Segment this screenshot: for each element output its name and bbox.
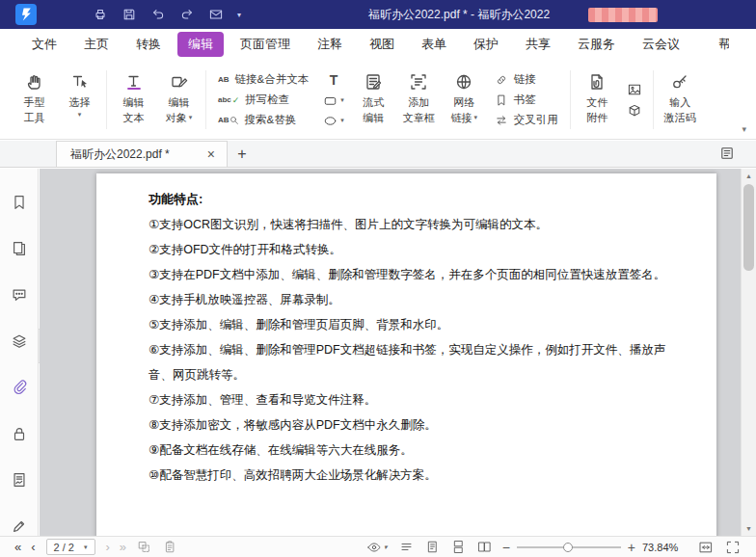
zoom-in-button[interactable]: + [623, 541, 640, 554]
fit-page-icon[interactable] [692, 540, 719, 555]
facing-pages-icon[interactable] [472, 540, 498, 554]
zoom-percentage[interactable]: 73.84% [642, 542, 688, 553]
print-icon[interactable] [93, 7, 108, 22]
scroll-down-arrow[interactable]: ▼ [742, 521, 756, 536]
flow-edit-button[interactable]: 流式 编辑 [351, 64, 396, 136]
hand-tool-label-1: 手型 [24, 95, 45, 109]
new-tab-button[interactable]: + [228, 141, 256, 167]
ribbon-tab[interactable]: 云会议 [632, 32, 690, 57]
edit-text-button[interactable]: 编辑 文本 [111, 64, 156, 136]
bookmarks-panel-icon[interactable] [11, 194, 28, 215]
article-box-label-2: 文章框 [403, 111, 435, 124]
page-number-box[interactable]: 2 / 2 ▾ [46, 539, 95, 555]
vertical-scrollbar[interactable]: ▲ ▼ [741, 169, 756, 536]
last-page-button[interactable]: » [115, 541, 131, 553]
shape-tool-button[interactable]: ▾ [323, 93, 344, 108]
redo-icon[interactable] [179, 7, 195, 22]
account-badge-redacted[interactable] [588, 8, 658, 22]
document-tab[interactable]: 福昕办公2022.pdf * × [56, 141, 228, 167]
image-annotation-button[interactable] [627, 82, 642, 97]
edit-object-label-1: 编辑 [169, 95, 190, 109]
scroll-up-arrow[interactable]: ▲ [742, 169, 756, 183]
document-text-line: ⑤支持添加、编辑、删除和管理页眉页脚、背景和水印。 [148, 312, 689, 337]
ribbon-tab[interactable]: 页面管理 [230, 32, 301, 57]
select-label: 选择 [69, 95, 91, 109]
ribbon-tab[interactable]: 转换 [125, 32, 172, 57]
snapshot-icon[interactable] [131, 540, 157, 554]
email-icon[interactable] [208, 7, 224, 22]
chain-link-icon [495, 73, 508, 87]
ellipse-tool-button[interactable]: ▾ [323, 114, 344, 128]
navigation-panel-bar [0, 169, 39, 536]
edit-text-icon [124, 70, 144, 93]
ribbon-tab[interactable]: 编辑 [177, 32, 224, 57]
ribbon-tab[interactable]: 共享 [515, 32, 561, 57]
signatures-panel-icon[interactable] [11, 471, 28, 492]
next-page-button[interactable]: › [101, 541, 115, 553]
edit-object-button[interactable]: 编辑 对象▾ [156, 64, 202, 136]
comments-panel-icon[interactable] [11, 286, 28, 307]
spell-check-button[interactable]: abc✓ 拼写检查 [218, 93, 309, 107]
save-icon[interactable] [122, 7, 137, 22]
ribbon-tab[interactable]: 主页 [73, 32, 120, 57]
page-view-toggle-icon[interactable] [719, 146, 735, 165]
cross-reference-button[interactable]: 交叉引用 [495, 113, 558, 127]
page-thumbnails-panel-icon[interactable] [11, 240, 28, 261]
security-panel-icon[interactable] [11, 425, 28, 446]
select-tool-button[interactable]: 选择 ▾ [57, 64, 102, 136]
collapse-ribbon-icon[interactable]: ▾ [742, 124, 746, 134]
zoom-slider-knob[interactable] [563, 543, 573, 552]
page-indicator: 2 / 2 [54, 542, 74, 553]
bookmark-icon [495, 93, 508, 107]
document-view[interactable]: 功能特点: ①支持OCR图文识别，快速将扫描件、图片上的文字转换为可编辑的文本。… [40, 169, 741, 536]
ribbon-tab-overflow[interactable]: 帮助 [708, 32, 729, 57]
clipboard-icon[interactable] [157, 540, 183, 554]
search-replace-label: 搜索&替换 [245, 113, 297, 127]
customize-toolbar-caret-icon[interactable]: ▾ [237, 11, 241, 19]
first-page-button[interactable]: « [10, 541, 26, 553]
ribbon-tab[interactable]: 注释 [307, 32, 353, 57]
file-attachment-button[interactable]: 文件 附件 [575, 64, 620, 136]
single-page-icon[interactable] [419, 540, 446, 554]
add-text-button[interactable]: T [323, 72, 344, 88]
view-mode-icon[interactable]: ▾ [361, 540, 393, 555]
zoom-out-button[interactable]: − [498, 541, 515, 554]
ribbon-tab[interactable]: 视图 [359, 32, 405, 57]
document-text-line: ④支持手机放映遥控器、屏幕录制。 [148, 287, 689, 312]
rectangle-shape-icon [323, 93, 338, 108]
prev-page-button[interactable]: ‹ [26, 541, 40, 553]
undo-icon[interactable] [150, 7, 166, 22]
ribbon-tab[interactable]: 文件 [21, 32, 68, 57]
3d-annotation-button[interactable] [627, 103, 642, 119]
scrollbar-thumb[interactable] [743, 184, 754, 271]
add-article-box-button[interactable]: 添加 文章框 [396, 64, 442, 136]
attachments-panel-icon[interactable] [11, 379, 28, 400]
reading-mode-icon[interactable] [393, 540, 419, 554]
file-attachment-icon [587, 70, 607, 93]
activation-code-button[interactable]: 输入 激活码 [658, 64, 703, 136]
link-button[interactable]: 链接 [495, 72, 558, 87]
bookmark-button[interactable]: 书签 [495, 93, 558, 107]
select-cursor-icon [70, 70, 90, 93]
link-label: 链接 [514, 72, 536, 87]
ribbon-tab[interactable]: 保护 [463, 32, 509, 57]
flow-edit-label-2: 编辑 [363, 111, 384, 124]
close-tab-icon[interactable]: × [205, 147, 217, 161]
edit-object-icon [170, 70, 189, 93]
cross-reference-icon [495, 114, 508, 127]
search-replace-button[interactable]: AB 搜索&替换 [218, 113, 309, 127]
fullscreen-icon[interactable] [719, 540, 746, 555]
web-link-button[interactable]: 网络 链接▾ [442, 64, 487, 136]
link-merge-text-button[interactable]: AB 链接&合并文本 [218, 72, 309, 87]
ribbon-tab[interactable]: 云服务 [567, 32, 626, 57]
activation-label-2: 激活码 [664, 111, 696, 124]
hand-tool-button[interactable]: 手型 工具 [12, 64, 57, 136]
layers-panel-icon[interactable] [11, 332, 28, 354]
ribbon-tab[interactable]: 表单 [411, 32, 457, 57]
select-caret-icon: ▾ [78, 111, 82, 119]
continuous-page-icon[interactable] [446, 540, 472, 554]
foxit-bolt-icon [18, 7, 34, 22]
zoom-slider[interactable] [517, 541, 621, 554]
foxit-logo[interactable] [15, 4, 37, 25]
pdf-page[interactable]: 功能特点: ①支持OCR图文识别，快速将扫描件、图片上的文字转换为可编辑的文本。… [96, 173, 716, 536]
